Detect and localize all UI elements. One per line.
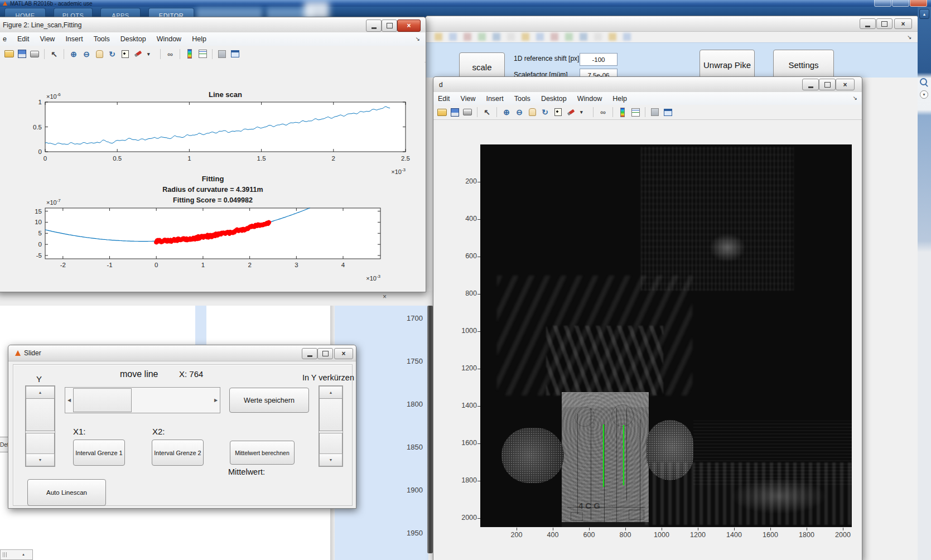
move-line-slider[interactable] <box>65 387 220 413</box>
print-icon[interactable] <box>462 108 472 117</box>
menu-item-desktop[interactable]: Desktop <box>541 95 567 103</box>
settings-button[interactable]: Settings <box>773 50 834 80</box>
shorten-slider-down-icon[interactable] <box>319 453 343 466</box>
fitting-plot[interactable]: -2-101234-5051015×10-7×10-3FittingRadius… <box>23 173 425 288</box>
menu-item-desktop[interactable]: Desktop <box>120 35 146 43</box>
menu-item-tools[interactable]: Tools <box>514 95 530 103</box>
caret-icon[interactable]: ▾ <box>146 49 156 59</box>
rf-maximize-button[interactable] <box>819 79 836 90</box>
save-values-button[interactable]: Werte speichern <box>229 388 309 413</box>
sl-close-button[interactable]: × <box>334 348 353 359</box>
rf-dock-arrow-icon[interactable] <box>853 95 857 101</box>
rotate-icon[interactable]: ↻ <box>540 108 550 117</box>
data-cursor-icon[interactable] <box>120 49 130 59</box>
unwrap-pike-button[interactable]: Unwrap Pike <box>700 50 755 80</box>
menu-item-insert[interactable]: Insert <box>486 95 503 103</box>
main-maximize-button[interactable] <box>892 0 909 7</box>
sl-maximize-button[interactable] <box>317 348 333 359</box>
print-icon[interactable] <box>30 49 40 59</box>
menu-item-tools[interactable]: Tools <box>94 35 110 43</box>
svg-text:1: 1 <box>187 155 191 162</box>
pan-icon[interactable] <box>94 49 104 59</box>
shorten-y-slider[interactable] <box>319 385 343 467</box>
menu-item-e[interactable]: e <box>3 35 7 43</box>
move-line-slider-thumb[interactable] <box>73 388 132 412</box>
rf-close-button[interactable]: × <box>836 79 855 90</box>
y-slider[interactable] <box>25 385 55 467</box>
menu-item-help[interactable]: Help <box>612 95 627 103</box>
svg-text:0.5: 0.5 <box>33 124 42 131</box>
menu-item-window[interactable]: Window <box>157 35 181 43</box>
interval-limit-1-button[interactable]: Interval Grenze 1 <box>73 440 125 466</box>
auto-linescan-button[interactable]: Auto Linescan <box>27 479 106 506</box>
link-icon[interactable]: ∞ <box>165 49 175 59</box>
menu-item-window[interactable]: Window <box>577 95 602 103</box>
main-minimize-button[interactable] <box>874 0 891 7</box>
legend-icon[interactable] <box>197 49 208 59</box>
compute-mean-button[interactable]: Mittelwert berechnen <box>230 441 295 465</box>
open-icon[interactable] <box>437 108 447 117</box>
shorten-slider-track-block[interactable] <box>319 433 343 455</box>
shorten-slider-up-icon[interactable] <box>319 386 343 399</box>
y-slider-up-icon[interactable] <box>26 386 55 399</box>
line-scan-plot[interactable]: 00.511.522.500.51×10-6×10-3Line scan <box>23 87 425 179</box>
caret-icon[interactable]: ▾ <box>578 108 588 117</box>
menu-item-view[interactable]: View <box>40 35 55 43</box>
save-icon[interactable] <box>17 49 27 59</box>
panel-collapse-icon[interactable] <box>919 9 929 19</box>
shorten-slider-thumb[interactable] <box>319 398 343 431</box>
dock-icon[interactable] <box>230 49 240 59</box>
horizontal-scrollbar-fragment[interactable]: ▲ <box>0 549 33 560</box>
dock-icon[interactable] <box>663 108 673 117</box>
scan-image-axes[interactable]: 4CG <box>480 144 852 527</box>
y-slider-down-icon[interactable] <box>26 453 55 466</box>
edit-plot-icon[interactable]: ↖ <box>482 108 492 117</box>
slider-right-arrow-icon[interactable] <box>212 388 220 413</box>
f2-dock-arrow-icon[interactable] <box>416 36 420 42</box>
search-icon[interactable] <box>920 78 927 85</box>
menu-item-help[interactable]: Help <box>192 35 206 43</box>
menu-item-edit[interactable]: Edit <box>438 95 450 103</box>
colorbar-icon[interactable] <box>185 49 195 59</box>
f2-close-button[interactable]: × <box>397 20 421 32</box>
bg-minimize-button[interactable] <box>860 18 876 29</box>
interval-limit-2-button[interactable]: Interval Grenze 2 <box>152 440 204 466</box>
y-slider-thumb[interactable] <box>26 398 55 431</box>
pan-icon[interactable] <box>527 108 537 117</box>
y-slider-track-block[interactable] <box>26 433 55 455</box>
f2-minimize-button[interactable] <box>366 20 382 32</box>
hide-tools-icon[interactable] <box>217 49 227 59</box>
bg-dock-arrow-icon[interactable] <box>907 34 911 40</box>
brush-icon[interactable] <box>566 108 576 117</box>
zoom-in-icon[interactable]: ⊕ <box>69 49 79 59</box>
f2-maximize-button[interactable] <box>382 20 397 32</box>
edit-plot-icon[interactable]: ↖ <box>49 49 59 59</box>
rotate-icon[interactable]: ↻ <box>107 49 117 59</box>
zoom-out-icon[interactable]: ⊖ <box>81 49 91 59</box>
background-close-icon[interactable]: × <box>383 293 387 301</box>
save-icon[interactable] <box>450 108 460 117</box>
rf-minimize-button[interactable] <box>802 79 819 90</box>
data-cursor-icon[interactable] <box>553 108 563 117</box>
ref-shift-field[interactable]: -100 <box>580 53 618 66</box>
link-icon[interactable]: ∞ <box>598 108 608 117</box>
colorbar-icon[interactable] <box>618 108 628 117</box>
hide-tools-icon[interactable] <box>650 108 660 117</box>
scrollbar-arrow-icon[interactable]: ▲ <box>22 553 25 556</box>
background-scrollbar[interactable] <box>427 306 433 553</box>
main-close-button[interactable] <box>910 0 927 7</box>
slider-left-arrow-icon[interactable] <box>65 388 73 413</box>
menu-item-view[interactable]: View <box>461 95 476 103</box>
sl-minimize-button[interactable] <box>302 348 317 359</box>
zoom-out-icon[interactable]: ⊖ <box>514 108 524 117</box>
legend-icon[interactable] <box>630 108 640 117</box>
bg-close-button[interactable]: × <box>894 18 912 29</box>
brush-icon[interactable] <box>133 49 143 59</box>
open-icon[interactable] <box>4 49 14 59</box>
menu-item-edit[interactable]: Edit <box>17 35 30 43</box>
texture-diagonal-above-chip <box>546 326 663 395</box>
menu-item-insert[interactable]: Insert <box>65 35 83 43</box>
bg-maximize-button[interactable] <box>876 18 893 29</box>
zoom-in-icon[interactable]: ⊕ <box>501 108 512 117</box>
circle-down-arrow-icon[interactable] <box>920 90 928 99</box>
